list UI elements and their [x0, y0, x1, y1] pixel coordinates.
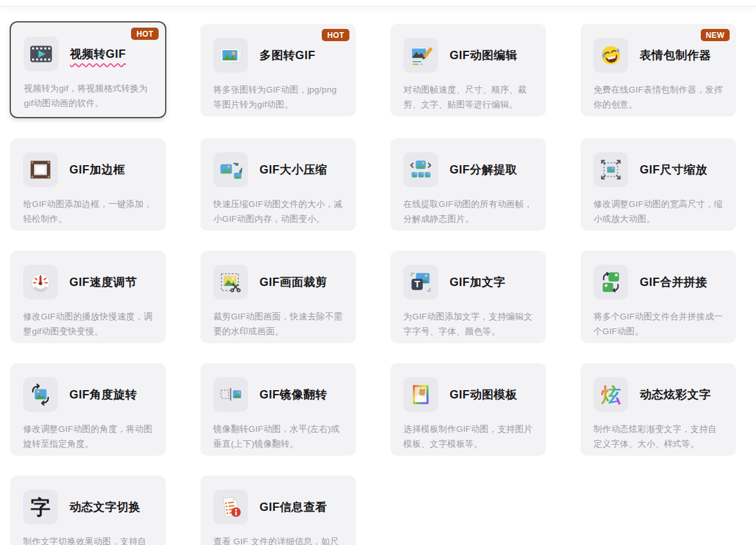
card-header: GIF信息查看 — [213, 490, 343, 524]
card-description: 镜像翻转GIF动图，水平(左右)或垂直(上下)镜像翻转。 — [213, 422, 343, 451]
tool-grid: HOT 视频转GIF 视频转为gif，将视频格式转换为gif动图动画的软件。 H… — [0, 6, 756, 545]
card-title: GIF角度旋转 — [69, 387, 137, 402]
card-header: 字 动态文字切换 — [23, 490, 153, 524]
speedometer-icon — [23, 265, 58, 299]
card-badge: HOT — [131, 28, 159, 40]
card-header: GIF速度调节 — [23, 265, 153, 299]
text-char-icon: 字 — [23, 490, 58, 524]
card-description: 免费在线GIF表情包制作器，发挥你的创意。 — [593, 83, 723, 112]
card-description: 将多个GIF动图文件合并拼接成一个GIF动图。 — [593, 310, 723, 339]
card-title: GIF大小压缩 — [259, 162, 328, 177]
card-description: 给GIF动图添加边框，一键添加，轻松制作。 — [23, 197, 153, 226]
card-header: GIF动图模板 — [403, 377, 533, 412]
tool-card[interactable]: GIF信息查看 查看 GIF 文件的详细信息，如尺寸、大小、帧数等信息。 — [200, 476, 356, 545]
card-description: 修改调整GIF动图的角度，将动图旋转至指定角度。 — [23, 422, 153, 451]
card-badge: HOT — [322, 29, 349, 41]
tool-card[interactable]: GIF角度旋转 修改调整GIF动图的角度，将动图旋转至指定角度。 — [10, 363, 166, 456]
card-header: GIF大小压缩 — [213, 152, 343, 187]
card-header: GIF尺寸缩放 — [593, 152, 723, 187]
card-header: GIF镜像翻转 — [213, 377, 343, 412]
tool-card[interactable]: GIF动图模板 选择模板制作GIF动图，支持图片模板、文字模板等。 — [391, 363, 546, 456]
resize-icon — [593, 152, 628, 187]
card-header: GIF角度旋转 — [23, 377, 153, 412]
laughing-emoji-icon — [593, 38, 628, 73]
card-badge: NEW — [701, 29, 730, 41]
card-title: GIF信息查看 — [259, 499, 328, 515]
card-description: 视频转为gif，将视频格式转换为gif动图动画的软件。 — [24, 82, 152, 111]
card-description: 查看 GIF 文件的详细信息，如尺寸、大小、帧数等信息。 — [213, 535, 343, 545]
tool-card[interactable]: GIF画面裁剪 裁剪GIF动图画面，快速去除不需要的水印或画面。 — [200, 251, 356, 343]
tool-card[interactable]: T GIF加文字 为GIF动图添加文字，支持编辑文字字号、字体、颜色等。 — [391, 251, 546, 343]
card-description: 修改调整GIF动图的宽高尺寸，缩小或放大动图。 — [593, 197, 723, 226]
extract-frames-icon — [403, 152, 438, 187]
card-description: 为GIF动图添加文字，支持编辑文字字号、字体、颜色等。 — [403, 310, 533, 339]
tool-card[interactable]: HOT 视频转GIF 视频转为gif，将视频格式转换为gif动图动画的软件。 — [10, 21, 166, 118]
crop-icon — [213, 265, 248, 299]
photo-edit-icon — [403, 38, 438, 73]
card-title: GIF加文字 — [450, 274, 505, 290]
card-title: 动态文字切换 — [69, 499, 141, 515]
card-header: 视频转GIF — [24, 37, 152, 71]
card-title: GIF合并拼接 — [640, 274, 708, 290]
tool-card[interactable]: GIF速度调节 修改GIF动图的播放快慢速度，调整gif动图变快变慢。 — [10, 251, 166, 343]
tool-card[interactable]: 炫 动态炫彩文字 制作动态炫彩渐变文字，支持自定义字体、大小、样式等。 — [581, 363, 736, 456]
card-description: 对动图帧速度、尺寸、顺序、裁剪、文字、贴图等进行编辑。 — [403, 83, 533, 112]
card-description: 在线提取GIF动图的所有动画帧，分解成静态图片。 — [403, 197, 533, 226]
merge-icon — [593, 265, 628, 299]
card-title: GIF尺寸缩放 — [640, 162, 708, 177]
tool-card[interactable]: GIF尺寸缩放 修改调整GIF动图的宽高尺寸，缩小或放大动图。 — [581, 138, 736, 231]
card-title: GIF动图编辑 — [450, 48, 518, 63]
compress-icon — [213, 152, 248, 187]
photo-stack-icon — [213, 38, 248, 73]
card-title: GIF动图模板 — [450, 387, 518, 402]
rainbow-text-icon: 炫 — [593, 377, 628, 412]
card-header: GIF合并拼接 — [593, 265, 723, 299]
card-title: 动态炫彩文字 — [640, 387, 711, 402]
card-header: GIF加边框 — [23, 152, 153, 187]
card-description: 选择模板制作GIF动图，支持图片模板、文字模板等。 — [403, 422, 533, 451]
card-title: GIF分解提取 — [450, 162, 518, 177]
mirror-flip-icon — [213, 377, 248, 412]
card-header: GIF动图编辑 — [403, 38, 533, 73]
card-description: 制作动态炫彩渐变文字，支持自定义字体、大小、样式等。 — [593, 422, 723, 451]
card-title: GIF加边框 — [69, 162, 125, 177]
page-top-divider — [0, 0, 756, 6]
tool-card[interactable]: HOT 多图转GIF 将多张图转为GIF动图，jpg/png等图片转为gif动图… — [200, 24, 356, 116]
tool-card[interactable]: GIF加边框 给GIF动图添加边框，一键添加，轻松制作。 — [10, 138, 166, 231]
card-header: T GIF加文字 — [403, 265, 533, 299]
tool-card[interactable]: GIF分解提取 在线提取GIF动图的所有动画帧，分解成静态图片。 — [391, 138, 546, 231]
card-header: 表情包制作器 — [593, 38, 723, 73]
card-header: 多图转GIF — [213, 38, 343, 73]
rotate-icon — [23, 377, 58, 412]
card-title: 视频转GIF — [70, 46, 126, 62]
card-title: GIF镜像翻转 — [259, 387, 328, 402]
info-document-icon — [213, 490, 248, 524]
add-text-icon: T — [403, 265, 438, 299]
card-header: GIF分解提取 — [403, 152, 533, 187]
svg-text:T: T — [414, 279, 420, 289]
card-title: GIF速度调节 — [69, 274, 137, 290]
template-icon — [403, 377, 438, 412]
card-description: 将多张图转为GIF动图，jpg/png等图片转为gif动图。 — [213, 83, 343, 112]
card-description: 快速压缩GIF动图文件的大小，减小GIF动图内存，动图变小。 — [213, 197, 343, 226]
card-description: 修改GIF动图的播放快慢速度，调整gif动图变快变慢。 — [23, 310, 153, 339]
tool-card[interactable]: GIF动图编辑 对动图帧速度、尺寸、顺序、裁剪、文字、贴图等进行编辑。 — [391, 24, 546, 116]
tool-card[interactable]: NEW 表情包制作器 免费在线GIF表情包制作器，发挥你的创意。 — [581, 24, 736, 116]
card-description: 制作文字切换效果动图，支持自定义字体、大小、样式等。 — [23, 535, 153, 545]
tool-card[interactable]: 字 动态文字切换 制作文字切换效果动图，支持自定义字体、大小、样式等。 — [10, 476, 166, 545]
card-title: 表情包制作器 — [640, 48, 711, 63]
card-title: 多图转GIF — [259, 48, 315, 63]
card-description: 裁剪GIF动图画面，快速去除不需要的水印或画面。 — [213, 310, 343, 339]
card-header: GIF画面裁剪 — [213, 265, 343, 299]
tool-card[interactable]: GIF镜像翻转 镜像翻转GIF动图，水平(左右)或垂直(上下)镜像翻转。 — [200, 363, 356, 456]
film-play-icon — [24, 37, 58, 71]
tool-card[interactable]: GIF大小压缩 快速压缩GIF动图文件的大小，减小GIF动图内存，动图变小。 — [200, 138, 356, 231]
tool-card[interactable]: GIF合并拼接 将多个GIF动图文件合并拼接成一个GIF动图。 — [581, 251, 736, 343]
card-header: 炫 动态炫彩文字 — [593, 377, 723, 412]
card-title: GIF画面裁剪 — [259, 274, 328, 290]
picture-frame-icon — [23, 152, 58, 187]
